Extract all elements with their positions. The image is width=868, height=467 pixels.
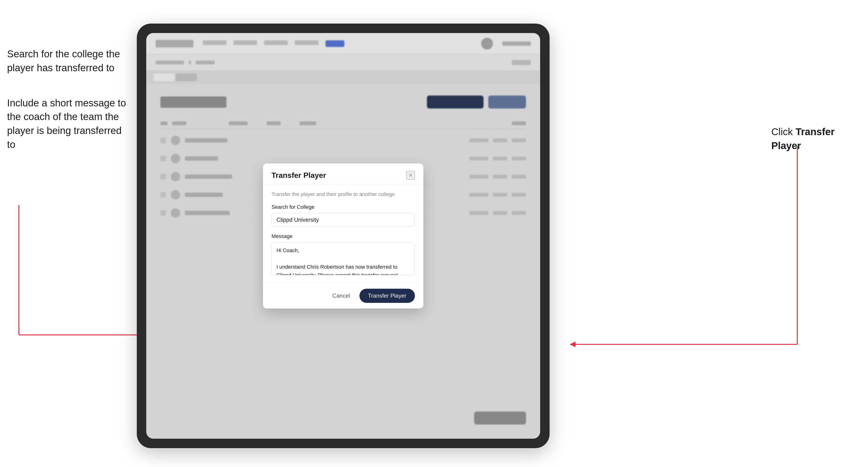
modal-body: Transfer the player and their profile to… (263, 185, 423, 283)
transfer-player-modal: Transfer Player × Transfer the player an… (263, 163, 423, 309)
svg-marker-5 (569, 342, 576, 347)
left-annotation-2: Include a short message to the coach of … (7, 96, 127, 152)
modal-close-button[interactable]: × (406, 171, 415, 180)
modal-title: Transfer Player (272, 171, 326, 180)
right-annotation: Click Transfer Player (771, 125, 861, 153)
message-label: Message (272, 233, 415, 239)
tablet-device: Transfer Player × Transfer the player an… (137, 24, 550, 448)
modal-overlay: Transfer Player × Transfer the player an… (146, 33, 540, 439)
transfer-player-button[interactable]: Transfer Player (360, 289, 415, 303)
cancel-button[interactable]: Cancel (328, 290, 355, 302)
modal-header: Transfer Player × (263, 163, 423, 185)
modal-footer: Cancel Transfer Player (263, 283, 423, 309)
tablet-screen: Transfer Player × Transfer the player an… (146, 33, 540, 439)
modal-subtitle: Transfer the player and their profile to… (272, 191, 415, 197)
search-college-input[interactable] (272, 213, 415, 227)
message-textarea[interactable]: Hi Coach, I understand Chris Robertson h… (272, 242, 415, 275)
search-college-label: Search for College (272, 204, 415, 210)
left-annotation-1: Search for the college the player has tr… (7, 47, 127, 75)
